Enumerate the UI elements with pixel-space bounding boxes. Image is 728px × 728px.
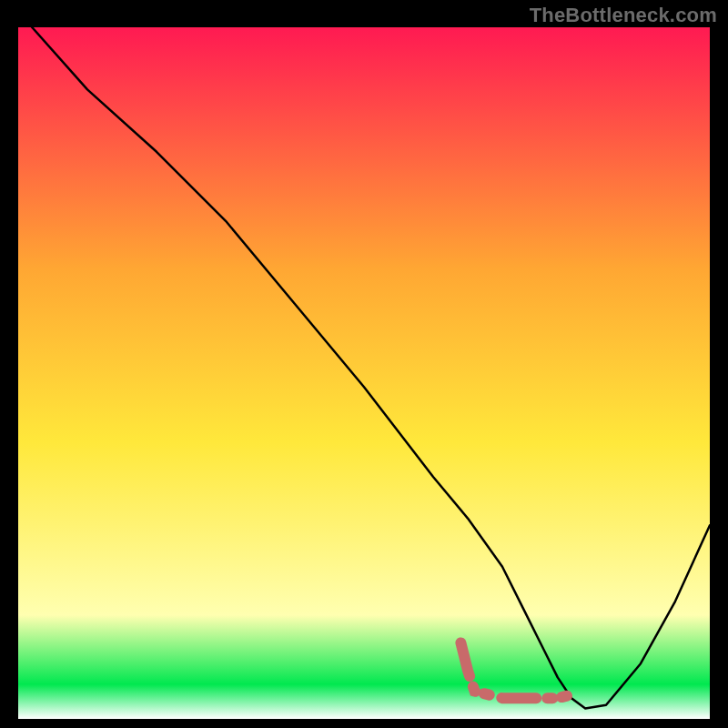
watermark-text: TheBottleneck.com	[530, 4, 717, 27]
bottleneck-chart	[18, 27, 710, 719]
gradient-background	[18, 27, 710, 719]
